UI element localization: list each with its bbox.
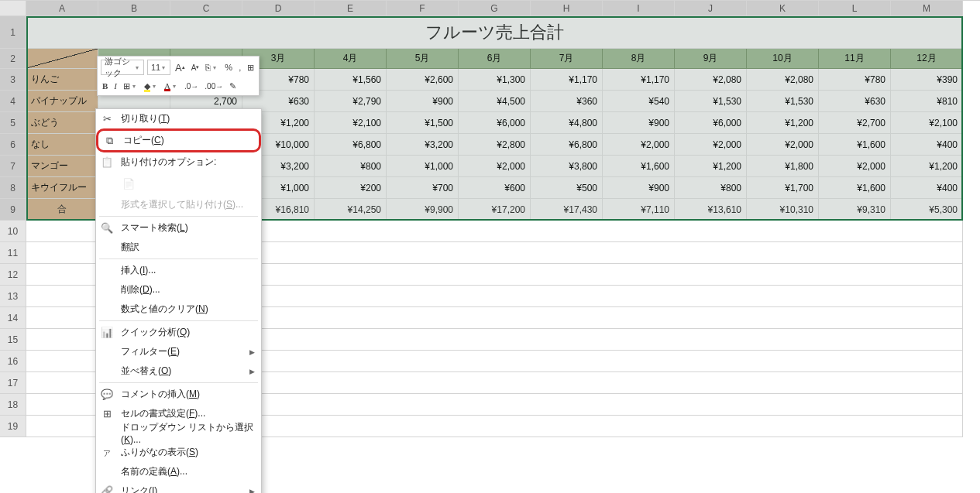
col-header-K[interactable]: K	[747, 1, 819, 16]
cell[interactable]: ¥1,530	[747, 91, 819, 112]
percent-button[interactable]: %	[223, 60, 234, 75]
row-header-12[interactable]: 12	[0, 264, 26, 286]
ctx-filter[interactable]: フィルター(E) ▶	[96, 342, 261, 361]
cell[interactable]: ¥1,170	[603, 69, 675, 91]
cell[interactable]: ¥2,000	[459, 156, 531, 177]
cell[interactable]: ¥2,800	[459, 134, 531, 156]
col-header-J[interactable]: J	[675, 1, 747, 16]
cell[interactable]: ¥2,000	[747, 134, 819, 156]
cell[interactable]: ¥2,790	[315, 91, 387, 112]
month-header-10[interactable]: 10月	[747, 49, 819, 69]
ctx-copy[interactable]: コピー(C)	[98, 131, 259, 150]
col-header-A[interactable]: A	[26, 1, 98, 16]
cell[interactable]: ¥6,000	[459, 112, 531, 134]
month-header-4[interactable]: 4月	[315, 49, 387, 69]
cell[interactable]: ¥700	[387, 177, 459, 199]
col-header-C[interactable]: C	[170, 1, 242, 16]
cell[interactable]: ¥800	[675, 177, 747, 199]
row-header-1[interactable]: 1	[0, 16, 26, 49]
cell[interactable]: ¥2,000	[819, 156, 891, 177]
row-header-7[interactable]: 7	[0, 156, 26, 177]
ctx-paste-options[interactable]: 貼り付けのオプション:	[96, 152, 261, 172]
cell[interactable]: ¥1,560	[315, 69, 387, 91]
month-header-7[interactable]: 7月	[531, 49, 603, 69]
row-label[interactable]: マンゴー	[26, 156, 98, 177]
month-header-6[interactable]: 6月	[459, 49, 531, 69]
cell[interactable]: ¥1,800	[747, 156, 819, 177]
cell[interactable]: ¥2,100	[891, 112, 963, 134]
row-label[interactable]: キウイフルー	[26, 177, 98, 199]
row-header-19[interactable]: 19	[0, 416, 26, 437]
cell[interactable]: ¥400	[891, 134, 963, 156]
col-header-G[interactable]: G	[459, 1, 531, 16]
cell[interactable]: ¥14,250	[315, 199, 387, 221]
month-header-5[interactable]: 5月	[387, 49, 459, 69]
increase-font-button[interactable]: A▴	[174, 60, 187, 75]
cell[interactable]: ¥630	[819, 91, 891, 112]
title-cell[interactable]: フルーツ売上合計	[26, 16, 963, 49]
increase-decimal-button[interactable]: .00→	[203, 78, 225, 94]
cell[interactable]: ¥4,800	[531, 112, 603, 134]
cell[interactable]: ¥1,200	[891, 156, 963, 177]
cell[interactable]: ¥1,600	[603, 156, 675, 177]
cell[interactable]: ¥900	[387, 91, 459, 112]
cell[interactable]: ¥13,610	[675, 199, 747, 221]
cell[interactable]: ¥1,600	[819, 177, 891, 199]
cell[interactable]: ¥6,800	[315, 134, 387, 156]
row-label[interactable]: パイナップル	[26, 91, 98, 112]
row-label[interactable]: ぶどう	[26, 112, 98, 134]
row-header-8[interactable]: 8	[0, 177, 26, 199]
cell[interactable]: ¥2,080	[747, 69, 819, 91]
cell[interactable]: ¥6,800	[531, 134, 603, 156]
row-header-5[interactable]: 5	[0, 112, 26, 134]
col-header-M[interactable]: M	[891, 1, 963, 16]
cell[interactable]: ¥1,200	[747, 112, 819, 134]
row-header-17[interactable]: 17	[0, 372, 26, 394]
font-color-button[interactable]: A▾	[163, 78, 180, 94]
col-header-L[interactable]: L	[819, 1, 891, 16]
ctx-furigana[interactable]: ふりがなの表示(S)	[96, 443, 261, 462]
ctx-link[interactable]: リンク(I) ▶	[96, 481, 261, 493]
select-all-corner[interactable]	[0, 1, 26, 16]
cell[interactable]: ¥900	[603, 177, 675, 199]
cell[interactable]: ¥1,700	[747, 177, 819, 199]
bold-button[interactable]: B	[101, 78, 109, 94]
format-painter-button[interactable]: ⎘▾	[204, 60, 220, 75]
cell[interactable]: ¥810	[891, 91, 963, 112]
ctx-insert-comment[interactable]: コメントの挿入(M)	[96, 385, 261, 404]
cell[interactable]: ¥600	[459, 177, 531, 199]
ctx-quick-analysis[interactable]: クイック分析(Q)	[96, 323, 261, 342]
cell[interactable]: ¥4,500	[459, 91, 531, 112]
cell[interactable]: ¥540	[603, 91, 675, 112]
comma-style-button[interactable]: ,	[237, 60, 242, 75]
cell[interactable]: ¥1,170	[531, 69, 603, 91]
cell[interactable]: ¥17,200	[459, 199, 531, 221]
font-name-select[interactable]: 游ゴシック▾	[101, 60, 144, 75]
cell[interactable]: ¥9,900	[387, 199, 459, 221]
ctx-smart-search[interactable]: スマート検索(L)	[96, 218, 261, 238]
decrease-decimal-button[interactable]: .0→	[183, 78, 200, 94]
row-header-6[interactable]: 6	[0, 134, 26, 156]
row-label[interactable]: りんご	[26, 69, 98, 91]
row-header-16[interactable]: 16	[0, 351, 26, 372]
cell[interactable]: ¥6,000	[675, 112, 747, 134]
font-size-select[interactable]: 11▾	[147, 60, 170, 75]
cell[interactable]: ¥2,080	[675, 69, 747, 91]
col-header-D[interactable]: D	[242, 1, 315, 16]
cell[interactable]: ¥7,110	[603, 199, 675, 221]
cell[interactable]: ¥2,700	[819, 112, 891, 134]
row-header-2[interactable]: 2	[0, 49, 26, 69]
fill-color-button[interactable]: ◆▾	[143, 78, 160, 94]
cell[interactable]: ¥10,310	[747, 199, 819, 221]
cell[interactable]: ¥1,000	[387, 156, 459, 177]
decrease-font-button[interactable]: A▾	[190, 60, 201, 75]
cell[interactable]: ¥1,300	[459, 69, 531, 91]
row-header-9[interactable]: 9	[0, 199, 26, 221]
cell[interactable]: ¥390	[891, 69, 963, 91]
table-format-button[interactable]: ⊞	[246, 60, 256, 75]
row-header-13[interactable]: 13	[0, 286, 26, 307]
cell[interactable]: ¥800	[315, 156, 387, 177]
border-button[interactable]: ⊞▾	[122, 78, 139, 94]
col-header-E[interactable]: E	[315, 1, 387, 16]
col-header-B[interactable]: B	[98, 1, 170, 16]
